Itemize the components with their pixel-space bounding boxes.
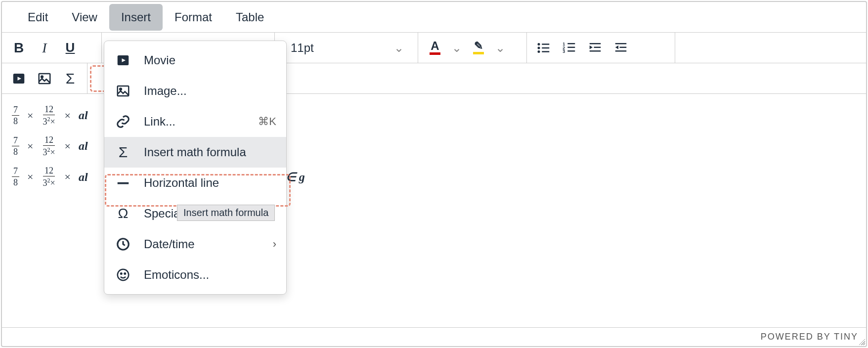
times-symbol: × [24,163,36,191]
numbered-list-button[interactable]: 123 [558,36,581,60]
image-icon [114,84,132,98]
fraction: 12 32× [41,166,56,187]
dropdown-item-link[interactable]: Link... ⌘K [104,106,286,137]
movie-icon [114,53,132,68]
dropdown-label: Emoticons... [144,268,209,282]
svg-rect-17 [615,50,627,52]
svg-rect-16 [620,46,627,48]
dropdown-item-datetime[interactable]: Date/time › [104,229,286,260]
italic-button[interactable]: I [33,36,56,60]
dropdown-label: Link... [144,115,175,129]
dropdown-item-math[interactable]: Σ Insert math formula [104,137,286,168]
font-size-select[interactable]: 11pt ⌄ [280,33,413,63]
movie-button[interactable] [7,67,31,90]
outdent-button[interactable] [609,36,633,60]
sigma-icon: Σ [114,144,132,161]
svg-rect-24 [118,182,129,184]
toolbar-group-color: A ⌄ ✎ ⌄ [418,33,527,63]
svg-rect-14 [590,50,601,52]
dropdown-shortcut: ⌘K [258,115,276,128]
dropdown-item-hr[interactable]: Horizontal line [104,168,286,198]
bullet-list-button[interactable] [532,36,556,60]
toolbar-group-insert: Σ [2,63,87,93]
image-button[interactable] [33,67,56,90]
link-icon [114,114,132,129]
submenu-chevron-icon: › [273,238,276,251]
fraction: 7 8 [12,167,19,187]
menu-format[interactable]: Format [163,4,224,31]
dropdown-item-image[interactable]: Image... [104,76,286,106]
times-symbol: × [62,101,74,130]
dropdown-label: Image... [144,84,187,98]
text-color-chevron[interactable]: ⌄ [449,36,465,60]
smiley-icon [114,267,132,282]
svg-rect-13 [594,46,601,48]
math-text: al [79,130,88,161]
svg-point-23 [120,88,122,90]
toolbar-group-list: 123 [527,33,675,63]
menu-edit[interactable]: Edit [16,4,60,31]
svg-rect-5 [542,51,549,52]
editor-branding[interactable]: POWERED BY TINY [761,332,858,342]
menubar: Edit View Insert Format Table [2,2,866,33]
dropdown-label: Movie [144,53,175,67]
fraction: 12 32× [41,135,56,157]
svg-rect-1 [542,44,549,45]
svg-rect-15 [615,43,627,44]
chevron-down-icon: ⌄ [394,41,404,55]
times-symbol: × [62,163,74,191]
svg-text:3: 3 [563,49,565,54]
svg-rect-11 [567,50,575,52]
text-color-button[interactable]: A [423,36,447,60]
toolbar-group-size: 11pt ⌄ [275,33,418,63]
menu-view[interactable]: View [60,4,109,31]
svg-point-0 [538,43,540,45]
dropdown-label: Date/time [144,237,195,251]
dropdown-label: Insert math formula [144,145,246,159]
omega-icon: Ω [114,206,132,221]
toolbar-group-blank-1 [675,33,866,63]
svg-point-2 [538,46,540,49]
statusbar: POWERED BY TINY [2,327,866,346]
svg-rect-12 [590,43,601,44]
times-symbol: × [24,101,36,130]
svg-rect-7 [567,43,575,44]
fraction: 12 32× [41,105,56,126]
svg-point-4 [538,50,540,53]
resize-handle[interactable] [858,338,865,345]
svg-rect-3 [542,47,549,48]
highlight-color-button[interactable]: ✎ [467,36,490,60]
math-text: al [79,100,88,130]
fraction: 7 8 [12,105,19,126]
dropdown-item-emoticons[interactable]: Emoticons... [104,260,286,290]
tooltip: Insert math formula [177,205,275,221]
menu-table[interactable]: Table [224,4,276,31]
dropdown-item-movie[interactable]: Movie [104,45,286,76]
math-text: al [79,162,88,192]
times-symbol: × [62,132,74,160]
fraction: 7 8 [12,136,19,156]
svg-rect-9 [567,46,575,48]
highlight-color-chevron[interactable]: ⌄ [492,36,508,60]
menu-insert[interactable]: Insert [109,4,163,31]
times-symbol: × [24,132,36,160]
math-button[interactable]: Σ [58,67,82,90]
toolbar-group-text-format: B I U [2,33,102,63]
svg-point-20 [41,76,43,78]
clock-icon [114,237,132,252]
underline-button[interactable]: U [58,36,82,60]
horizontal-line-icon [114,175,132,190]
font-size-label: 11pt [291,41,314,55]
svg-point-28 [125,273,126,274]
bold-button[interactable]: B [7,36,31,60]
dropdown-label: Horizontal line [144,176,219,190]
insert-dropdown: Movie Image... Link... ⌘K Σ Insert math … [104,41,287,295]
svg-point-26 [118,269,129,281]
indent-button[interactable] [583,36,607,60]
svg-point-27 [121,273,122,274]
